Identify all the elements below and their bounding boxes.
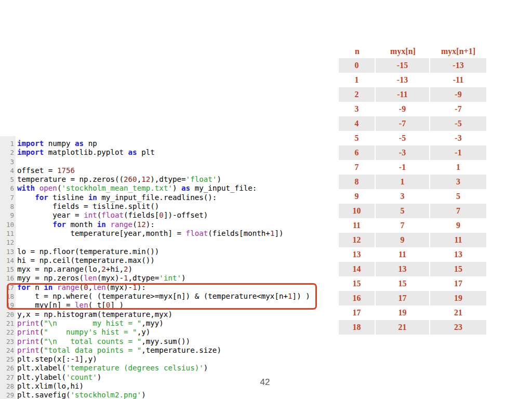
table-row: 5-5-3 [339, 131, 486, 145]
code-line: 4offset = 1756 [0, 166, 310, 175]
line-number: 23 [0, 337, 16, 346]
code-line: 9 year = int(float(fields[0])-offset) [0, 211, 310, 220]
table-cell: 1 [339, 73, 376, 87]
code-source: with open('stockholm_mean_temp.txt') as … [16, 184, 257, 192]
line-number: 16 [0, 274, 16, 283]
table-cell: 11 [339, 218, 376, 233]
code-source: plt.xlabel('temperature (degrees celsius… [16, 364, 208, 372]
highlight-rectangle [7, 283, 317, 310]
line-number: 9 [0, 211, 16, 220]
line-number: 14 [0, 256, 16, 265]
table-cell: 9 [339, 189, 376, 204]
line-number: 26 [0, 364, 16, 373]
table-cell: 7 [376, 218, 430, 233]
code-source [16, 238, 17, 246]
table-cell: 16 [339, 291, 376, 305]
code-source: myx = np.arange(lo,2+hi,2) [16, 265, 132, 273]
code-line: 8 fields = tisline.split() [0, 202, 310, 211]
line-number: 2 [0, 148, 16, 157]
code-block: 1import numpy as np2import matplotlib.py… [0, 139, 310, 399]
table-cell: 21 [430, 305, 486, 320]
code-source: y,x = np.histogram(temperature,myx) [16, 310, 172, 318]
code-line: 11 temperature[year,month] = float(field… [0, 229, 310, 238]
table-row: 3-9-7 [339, 102, 486, 116]
table-cell: 14 [339, 262, 376, 276]
table-cell: -5 [430, 116, 486, 131]
table-cell: 11 [376, 247, 430, 262]
code-source: import matplotlib.pyplot as plt [16, 148, 155, 156]
line-number: 4 [0, 166, 16, 175]
code-source: myy = np.zeros(len(myx)-1,dtype='int') [16, 274, 186, 282]
col-header-n: n [339, 44, 376, 58]
code-line: 15myx = np.arange(lo,2+hi,2) [0, 265, 310, 274]
table-cell: 1 [376, 175, 430, 189]
code-source: temperature = np.zeros((260,12),dtype='f… [16, 175, 221, 183]
table-cell: 17 [339, 305, 376, 320]
table-cell: 15 [430, 262, 486, 276]
table-rows: 0-15-131-13-112-11-93-9-74-7-55-5-36-3-1… [339, 58, 486, 335]
table-row: 131113 [339, 247, 486, 262]
table-cell: 8 [339, 175, 376, 189]
table-cell: -7 [430, 102, 486, 116]
line-number: 13 [0, 247, 16, 256]
line-number: 8 [0, 202, 16, 211]
table-row: 4-7-5 [339, 116, 486, 131]
code-source: print("\n total counts = ",myy.sum()) [16, 337, 190, 345]
table-cell: -1 [376, 160, 430, 175]
code-line: 7 for tisline in my_input_file.readlines… [0, 193, 310, 202]
code-source: plt.step(x[:-1],y) [16, 355, 97, 363]
table-row: 151517 [339, 276, 486, 291]
table-cell: 18 [339, 320, 376, 335]
code-source: print(" numpy's hist = ",y) [16, 328, 150, 336]
table-cell: 17 [376, 291, 430, 305]
line-number: 29 [0, 391, 16, 399]
line-number: 22 [0, 328, 16, 337]
table-cell: 9 [376, 233, 430, 247]
line-number: 27 [0, 373, 16, 382]
code-source: lo = np.floor(temperature.min()) [16, 247, 159, 256]
table-header: n myx[n] myx[n+1] [339, 44, 486, 58]
code-line: 29plt.savefig('stockholm2.png') [0, 391, 310, 399]
code-source: plt.xlim(lo,hi) [16, 382, 84, 390]
code-source: plt.savefig('stockholm2.png') [16, 391, 146, 399]
line-number: 20 [0, 310, 16, 319]
code-source [16, 157, 17, 166]
table-row: 7-11 [339, 160, 486, 175]
table-cell: 13 [339, 247, 376, 262]
code-line: 3 [0, 157, 310, 166]
code-line: 14hi = np.ceil(temperature.max()) [0, 256, 310, 265]
line-number: 25 [0, 355, 16, 364]
code-line: 10 for month in range(12): [0, 220, 310, 229]
table-cell: -3 [376, 145, 430, 160]
table-row: 161719 [339, 291, 486, 305]
table-row: 1057 [339, 204, 486, 218]
table-cell: -9 [430, 87, 486, 102]
slide: version #16 1import numpy as np2import m… [0, 0, 532, 399]
table-row: 1-13-11 [339, 73, 486, 87]
table-cell: 15 [376, 276, 430, 291]
code-line: 6with open('stockholm_mean_temp.txt') as… [0, 184, 310, 193]
table-cell: 6 [339, 145, 376, 160]
code-lines: 1import numpy as np2import matplotlib.py… [0, 139, 310, 399]
code-line: 22print(" numpy's hist = ",y) [0, 328, 310, 337]
table-cell: 2 [339, 87, 376, 102]
table-cell: 3 [376, 189, 430, 204]
code-source: temperature[year,month] = float(fields[m… [16, 229, 284, 237]
col-header-myx-n: myx[n] [376, 44, 430, 58]
table-row: 0-15-13 [339, 58, 486, 73]
table-cell: 3 [339, 102, 376, 116]
table-cell: -1 [430, 145, 486, 160]
line-number: 3 [0, 157, 16, 166]
code-line: 5temperature = np.zeros((260,12),dtype='… [0, 175, 310, 184]
code-source: plt.ylabel('count') [16, 373, 101, 381]
table-cell: 13 [430, 247, 486, 262]
code-source: for month in range(12): [16, 220, 155, 229]
code-line: 13lo = np.floor(temperature.min()) [0, 247, 310, 256]
col-header-myx-n1: myx[n+1] [430, 44, 486, 58]
code-line: 20y,x = np.histogram(temperature,myx) [0, 310, 310, 319]
table-cell: 0 [339, 58, 376, 73]
line-number: 21 [0, 319, 16, 328]
line-number: 10 [0, 220, 16, 229]
table-cell: 19 [430, 291, 486, 305]
page-number: 42 [249, 377, 281, 388]
